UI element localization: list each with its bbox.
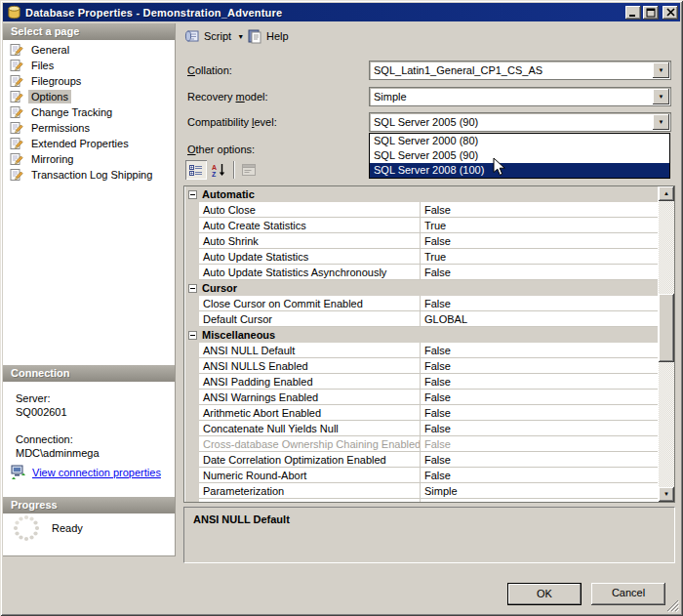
grid-property-value[interactable]: False	[421, 233, 658, 249]
grid-row-gutter	[185, 452, 199, 468]
dropdown-option[interactable]: SQL Server 2008 (100)	[370, 163, 669, 178]
sidebar-item-permissions[interactable]: Permissions	[3, 120, 175, 136]
grid-row[interactable]: Close Cursor on Commit EnabledFalse	[185, 296, 658, 311]
grid-row-gutter	[185, 202, 199, 218]
script-button[interactable]: Script ▼	[180, 25, 249, 47]
maximize-button[interactable]	[643, 6, 659, 20]
grid-row[interactable]: Default CursorGLOBAL	[185, 311, 658, 327]
scrollbar-thumb[interactable]	[659, 294, 674, 362]
grid-property-value[interactable]: False	[421, 343, 658, 358]
grid-row[interactable]: Date Correlation Optimization EnabledFal…	[185, 452, 658, 468]
sidebar-item-extended-properties[interactable]: Extended Properties	[3, 136, 175, 151]
scrollbar-up-button[interactable]: ▲	[659, 186, 674, 201]
collation-dropdown-button[interactable]: ▼	[653, 62, 669, 78]
resize-grip[interactable]	[666, 599, 679, 612]
grid-property-value[interactable]: False	[421, 452, 658, 468]
grid-row[interactable]: ANSI Padding EnabledFalse	[185, 374, 658, 390]
grid-property-name: Cross-database Ownership Chaining Enable…	[199, 436, 421, 452]
grid-property-value[interactable]: False	[421, 296, 658, 311]
grid-row[interactable]: ANSI Warnings EnabledFalse	[185, 390, 658, 405]
grid-property-value[interactable]: Simple	[421, 483, 658, 499]
scrollbar-down-button[interactable]: ▼	[659, 487, 674, 502]
grid-property-value[interactable]: False	[421, 374, 658, 390]
alphabetical-sort-button[interactable]: A Z	[208, 160, 229, 180]
page-icon	[10, 59, 23, 72]
grid-property-value[interactable]: False	[421, 468, 658, 483]
sidebar-item-files[interactable]: Files	[3, 58, 175, 73]
help-button[interactable]: Help	[242, 25, 294, 47]
progress-spinner-icon	[13, 514, 40, 542]
grid-row-gutter	[185, 483, 199, 499]
cancel-button[interactable]: Cancel	[591, 583, 665, 605]
grid-row[interactable]: Quoted Identifiers EnabledFalse	[185, 499, 658, 502]
compatibility-level-dropdown-button[interactable]: ▼	[653, 114, 669, 130]
sidebar-item-change-tracking[interactable]: Change Tracking	[3, 104, 175, 120]
help-icon	[247, 28, 262, 44]
minimize-button[interactable]	[625, 6, 641, 20]
close-button[interactable]	[663, 6, 678, 20]
sidebar-item-options[interactable]: Options	[3, 89, 175, 104]
grid-property-value[interactable]: False	[421, 390, 658, 405]
grid-property-value[interactable]: False	[421, 265, 658, 280]
recovery-model-value: Simple	[374, 90, 649, 103]
sidebar-item-filegroups[interactable]: Filegroups	[3, 73, 175, 89]
grid-row[interactable]: Auto ShrinkFalse	[185, 233, 658, 249]
collapse-icon[interactable]	[188, 331, 197, 340]
grid-property-name: ANSI NULL Default	[199, 343, 421, 358]
grid-property-value[interactable]: False	[421, 436, 658, 452]
grid-property-name: Concatenate Null Yields Null	[199, 421, 421, 436]
sidebar-item-general[interactable]: General	[3, 42, 175, 58]
grid-row[interactable]: ParameterizationSimple	[185, 483, 658, 499]
grid-row[interactable]: Auto Update Statistics AsynchronouslyFal…	[185, 265, 658, 280]
grid-row[interactable]: Numeric Round-AbortFalse	[185, 468, 658, 483]
grid-scrollbar[interactable]: ▲ ▼	[659, 186, 674, 502]
grid-property-value[interactable]: GLOBAL	[421, 311, 658, 327]
dropdown-option[interactable]: SQL Server 2000 (80)	[370, 134, 669, 148]
grid-row-gutter	[185, 265, 199, 280]
grid-row-gutter	[185, 218, 199, 233]
compatibility-level-combobox[interactable]: SQL Server 2005 (90) ▼	[369, 112, 671, 132]
grid-row[interactable]: Concatenate Null Yields NullFalse	[185, 421, 658, 436]
categorized-view-button[interactable]	[185, 160, 207, 180]
view-connection-properties-link[interactable]: View connection properties	[32, 467, 161, 478]
grid-property-value[interactable]: False	[421, 202, 658, 218]
grid-row[interactable]: Auto Update StatisticsTrue	[185, 249, 658, 265]
grid-property-value[interactable]: False	[421, 421, 658, 436]
az-sort-icon: A Z	[212, 163, 226, 177]
titlebar[interactable]: Database Properties - Demonstration_Adve…	[3, 3, 680, 21]
grid-row[interactable]: Auto Create StatisticsTrue	[185, 218, 658, 233]
grid-property-name: Auto Update Statistics Asynchronously	[199, 265, 421, 280]
grid-property-value[interactable]: False	[421, 499, 658, 502]
grid-property-value[interactable]: True	[421, 218, 658, 233]
grid-property-value[interactable]: True	[421, 249, 658, 265]
grid-row[interactable]: Cross-database Ownership Chaining Enable…	[185, 436, 658, 452]
grid-row[interactable]: Arithmetic Abort EnabledFalse	[185, 405, 658, 421]
grid-category-row[interactable]: Automatic	[185, 186, 658, 202]
dropdown-option[interactable]: SQL Server 2005 (90)	[370, 148, 669, 163]
grid-category-row[interactable]: Cursor	[185, 280, 658, 296]
grid-property-name: Numeric Round-Abort	[199, 468, 421, 483]
grid-category-row[interactable]: Miscellaneous	[185, 327, 658, 343]
grid-row-gutter	[185, 311, 199, 327]
grid-row[interactable]: ANSI NULLS EnabledFalse	[185, 358, 658, 374]
grid-property-value[interactable]: False	[421, 405, 658, 421]
collapse-icon[interactable]	[188, 284, 197, 293]
ok-button[interactable]: OK	[507, 583, 582, 605]
grid-row[interactable]: Auto CloseFalse	[185, 202, 658, 218]
sidebar-item-transaction-log-shipping[interactable]: Transaction Log Shipping	[3, 167, 175, 183]
sidebar-item-label: Extended Properties	[28, 137, 132, 150]
collapse-icon[interactable]	[188, 190, 197, 199]
collation-combobox[interactable]: SQL_Latin1_General_CP1_CS_AS ▼	[369, 61, 671, 80]
grid-row[interactable]: ANSI NULL DefaultFalse	[185, 343, 658, 358]
grid-property-name: Default Cursor	[199, 311, 421, 327]
page-icon	[10, 137, 23, 150]
grid-property-name: Auto Create Statistics	[199, 218, 421, 233]
connection-label: Connection:	[3, 432, 175, 446]
toolbar-separator	[233, 161, 235, 179]
sidebar-item-mirroring[interactable]: Mirroring	[3, 151, 175, 167]
grid-property-value[interactable]: False	[421, 358, 658, 374]
grid-row-gutter	[185, 421, 199, 436]
sidebar-item-label: General	[28, 43, 72, 57]
recovery-model-dropdown-button[interactable]: ▼	[653, 89, 669, 104]
recovery-model-combobox[interactable]: Simple ▼	[369, 87, 671, 106]
